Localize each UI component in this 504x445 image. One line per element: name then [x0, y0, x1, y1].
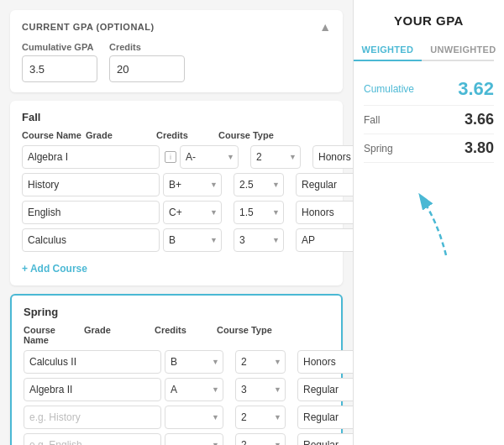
spring-table-header: Course Name Grade Credits Course Type: [24, 325, 329, 345]
type-select-wrapper: Regular ▼: [297, 378, 353, 401]
credits-select-wrapper: 2 ▼: [235, 406, 286, 429]
course-name-input[interactable]: [22, 228, 160, 252]
fall-semester-section: Fall Course Name Grade Credits Course Ty…: [10, 101, 343, 285]
spring-gpa-row: Spring 3.80: [364, 134, 494, 163]
right-panel: YOUR GPA WEIGHTED UNWEIGHTED Cumulative …: [353, 0, 504, 445]
credits-select[interactable]: 2: [235, 350, 286, 374]
course-name-input[interactable]: [24, 433, 161, 445]
spring-col-type: Course Type: [217, 325, 309, 345]
type-select[interactable]: Honors: [297, 350, 353, 374]
credits-input[interactable]: [109, 55, 185, 82]
credits-select-wrapper: 2 ▼: [250, 145, 301, 169]
table-row: ▼ 2 ▼ Regular ▼ ✕: [24, 433, 329, 445]
fall-gpa-label: Fall: [364, 114, 380, 126]
left-panel: CURRENT GPA (OPTIONAL) ▲ Cumulative GPA …: [0, 0, 353, 445]
grade-select[interactable]: B+: [163, 173, 222, 196]
grade-select[interactable]: [165, 433, 223, 445]
credits-select-wrapper: 2 ▼: [235, 433, 286, 445]
spring-semester-name: Spring: [24, 306, 329, 318]
gpa-tabs: WEIGHTED UNWEIGHTED: [364, 39, 494, 61]
credits-select[interactable]: 2: [250, 145, 301, 169]
credits-select-wrapper: 2.5 ▼: [234, 173, 284, 196]
cumulative-gpa-group: Cumulative GPA: [22, 42, 97, 82]
type-select[interactable]: Honors: [296, 201, 353, 224]
credits-select[interactable]: 3: [234, 228, 284, 252]
grade-select-wrapper: B ▼: [165, 350, 223, 374]
fall-semester-name: Fall: [22, 111, 331, 123]
credits-select[interactable]: 2: [235, 406, 286, 429]
credits-select-wrapper: 3 ▼: [235, 378, 286, 401]
grade-select-wrapper: A ▼: [165, 378, 223, 401]
type-select[interactable]: Regular: [297, 378, 353, 401]
course-name-input[interactable]: [24, 406, 161, 429]
fall-col-credits: Credits: [156, 130, 215, 140]
type-select-wrapper: AP ▼: [296, 228, 353, 252]
collapse-icon[interactable]: ▲: [319, 20, 331, 34]
type-select[interactable]: Regular: [296, 173, 353, 196]
credits-select[interactable]: 2: [235, 433, 286, 445]
grade-select[interactable]: A: [165, 378, 223, 401]
credits-group: Credits: [109, 42, 185, 82]
fall-col-grade: Grade: [86, 130, 153, 140]
grade-select-wrapper: A- ▼: [180, 145, 239, 169]
your-gpa-title: YOUR GPA: [364, 13, 494, 28]
grade-select[interactable]: A-: [180, 145, 239, 169]
cumulative-value: 3.62: [458, 78, 494, 100]
course-name-input[interactable]: [24, 350, 161, 374]
cumulative-gpa-label: Cumulative GPA: [22, 42, 97, 52]
type-select-wrapper: Honors ▼: [296, 201, 353, 224]
spring-gpa-label: Spring: [364, 143, 393, 154]
grade-select-wrapper: B+ ▼: [163, 173, 222, 196]
grade-select-wrapper: ▼: [165, 406, 223, 429]
table-row: B ▼ 2 ▼ Honors ▼ ✕: [24, 350, 329, 374]
grade-select[interactable]: [165, 406, 223, 429]
fall-col-course-name: Course Name: [22, 130, 82, 140]
cumulative-gpa-row: Cumulative 3.62: [364, 73, 494, 106]
spring-gpa-value: 3.80: [465, 139, 494, 157]
spring-semester-section: Spring Course Name Grade Credits Course …: [10, 294, 343, 445]
table-row: B+ ▼ 2.5 ▼ Regular ▼ ✕: [22, 173, 331, 196]
cumulative-gpa-input[interactable]: [22, 55, 97, 82]
table-row: C+ ▼ 1.5 ▼ Honors ▼ ✕: [22, 201, 331, 224]
fall-courses-table: Course Name Grade Credits Course Type i …: [22, 130, 331, 252]
fall-col-type: Course Type: [218, 130, 311, 140]
type-select[interactable]: Honors: [312, 145, 353, 169]
spring-col-grade: Grade: [84, 325, 151, 345]
grade-select[interactable]: C+: [163, 201, 222, 224]
grade-select-wrapper: ▼: [165, 433, 223, 445]
credits-label: Credits: [109, 42, 185, 52]
type-select-wrapper: Honors ▼: [312, 145, 353, 169]
type-select[interactable]: Regular: [297, 406, 353, 429]
table-row: B ▼ 3 ▼ AP ▼ ✕: [22, 228, 331, 252]
table-row: ▼ 2 ▼ Regular ▼ ✕: [24, 406, 329, 429]
spring-courses-table: Course Name Grade Credits Course Type B …: [24, 325, 329, 445]
credits-select[interactable]: 3: [235, 378, 286, 401]
credits-select-wrapper: 1.5 ▼: [234, 201, 284, 224]
credits-select-wrapper: 3 ▼: [234, 228, 284, 252]
credits-select[interactable]: 1.5: [234, 201, 284, 224]
course-name-input[interactable]: [22, 173, 160, 196]
credits-select[interactable]: 2.5: [234, 173, 284, 196]
current-gpa-section: CURRENT GPA (OPTIONAL) ▲ Cumulative GPA …: [10, 10, 343, 92]
type-select-wrapper: Regular ▼: [297, 406, 353, 429]
fall-gpa-row: Fall 3.66: [364, 106, 494, 134]
grade-select[interactable]: B: [163, 228, 222, 252]
fall-add-course-button[interactable]: + Add Course: [22, 263, 87, 275]
spring-col-course-name: Course Name: [24, 325, 81, 345]
course-name-input[interactable]: [22, 145, 160, 169]
tab-unweighted[interactable]: UNWEIGHTED: [422, 39, 504, 60]
type-select[interactable]: Regular: [297, 433, 353, 445]
grade-select-wrapper: C+ ▼: [163, 201, 222, 224]
course-name-input[interactable]: [22, 201, 160, 224]
section-header: CURRENT GPA (OPTIONAL) ▲: [22, 20, 331, 34]
course-name-input[interactable]: [24, 378, 161, 401]
type-select[interactable]: AP: [296, 228, 353, 252]
gpa-inputs: Cumulative GPA Credits: [22, 42, 331, 82]
grade-select[interactable]: B: [165, 350, 223, 374]
info-icon[interactable]: i: [165, 151, 176, 163]
table-row: i A- ▼ 2 ▼ Honors ▼ ✕: [22, 145, 331, 169]
type-select-wrapper: Regular ▼: [296, 173, 353, 196]
type-select-wrapper: Honors ▼: [297, 350, 353, 374]
tab-weighted[interactable]: WEIGHTED: [354, 39, 423, 61]
fall-gpa-value: 3.66: [465, 111, 494, 128]
